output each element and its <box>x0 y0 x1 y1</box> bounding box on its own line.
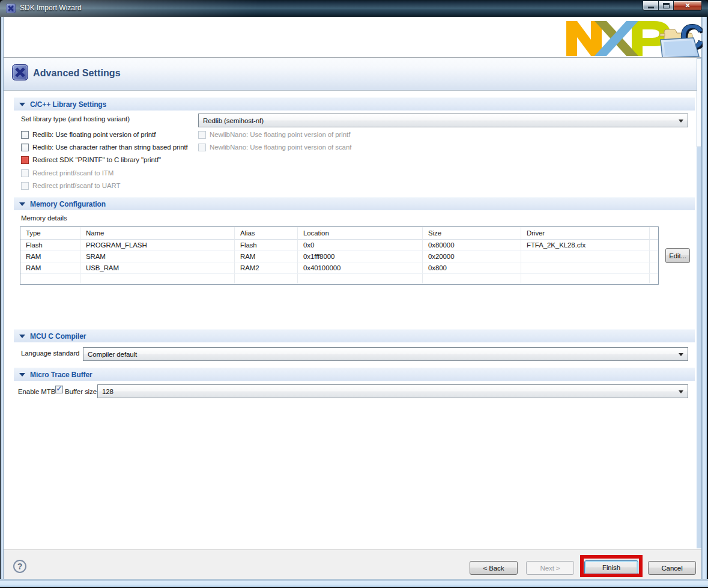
table-row[interactable]: RAM SRAM RAM 0x1fff8000 0x20000 <box>20 251 658 262</box>
sdk-import-wizard-window: SDK Import Wizard ✕ C C Ad <box>0 0 708 588</box>
checkbox-newlibnano-printf: NewlibNano: Use floating point version o… <box>198 130 350 139</box>
checkbox-redlib-float-printf[interactable]: Redlib: Use floating point version of pr… <box>21 130 156 139</box>
checkbox-box[interactable] <box>21 131 29 139</box>
checkbox-box-checked[interactable]: ✓ <box>55 386 63 393</box>
maximize-icon <box>663 3 670 8</box>
minimize-icon <box>648 7 654 8</box>
checkbox-box <box>21 169 29 177</box>
library-type-select[interactable]: Redlib (semihost-nf) <box>198 114 688 127</box>
checkbox-box <box>198 144 206 151</box>
chevron-down-icon <box>679 353 683 356</box>
close-icon: ✕ <box>674 2 701 10</box>
table-row-empty <box>20 274 658 283</box>
language-standard-label: Language standard <box>21 348 79 358</box>
close-button[interactable]: ✕ <box>673 1 702 11</box>
table-row[interactable]: RAM USB_RAM RAM2 0x40100000 0x800 <box>20 262 658 274</box>
back-button[interactable]: < Back <box>470 561 518 575</box>
checkbox-redirect-itm: Redirect printf/scanf to ITM <box>21 169 113 178</box>
buffer-size-label: Buffer size <box>65 387 97 396</box>
language-standard-select[interactable]: Compiler default <box>83 347 688 361</box>
section-mcu-c-compiler[interactable]: MCU C Compiler <box>14 329 695 342</box>
advanced-settings-icon <box>12 64 28 80</box>
collapse-triangle-icon[interactable] <box>19 103 25 106</box>
annotation-highlight-box <box>580 555 643 577</box>
collapse-triangle-icon[interactable] <box>19 202 25 206</box>
collapse-triangle-icon[interactable] <box>19 373 25 377</box>
checkbox-redlib-char-printf[interactable]: Redlib: Use character rather than string… <box>21 143 188 152</box>
title-bar[interactable] <box>0 0 708 17</box>
checkbox-redirect-sdk-printf[interactable]: Redirect SDK "PRINTF" to C library "prin… <box>21 156 161 165</box>
collapse-triangle-icon[interactable] <box>19 335 25 338</box>
chevron-down-icon <box>679 390 683 393</box>
checkbox-box <box>198 131 206 139</box>
minimize-button[interactable] <box>643 1 659 11</box>
maximize-button[interactable] <box>658 1 674 11</box>
help-button[interactable]: ? <box>13 560 26 573</box>
band-separator <box>4 90 701 91</box>
buffer-size-select[interactable]: 128 <box>97 384 688 398</box>
section-library-settings[interactable]: C/C++ Library Settings <box>14 97 695 111</box>
window-frame-left <box>0 17 4 588</box>
section-memory-configuration[interactable]: Memory Configuration <box>14 197 695 210</box>
check-icon: ✓ <box>56 384 62 393</box>
cancel-button[interactable]: Cancel <box>648 561 696 575</box>
page-title: Advanced Settings <box>33 65 121 81</box>
checkbox-redirect-uart: Redirect printf/scanf to UART <box>21 181 120 190</box>
memory-table[interactable]: Type Name Alias Location Size Driver Fla… <box>20 226 659 285</box>
checkbox-box-highlighted[interactable] <box>21 156 29 164</box>
chevron-down-icon <box>679 120 683 123</box>
edit-button[interactable]: Edit... <box>665 248 690 263</box>
memory-details-label: Memory details <box>21 213 67 223</box>
table-row[interactable]: Flash PROGRAM_FLASH Flash 0x0 0x80000 FT… <box>20 240 658 251</box>
window-frame-bottom <box>0 579 708 588</box>
c-folder-icon: C C <box>659 18 703 59</box>
set-library-type-label: Set library type (and hosting variant) <box>21 114 130 124</box>
checkbox-box <box>21 182 29 190</box>
app-icon <box>6 4 16 13</box>
checkbox-box[interactable] <box>21 144 29 151</box>
window-title: SDK Import Wizard <box>20 0 82 17</box>
enable-mtb-label: Enable MTB <box>18 387 55 396</box>
memory-table-header: Type Name Alias Location Size Driver <box>20 227 658 240</box>
window-frame-right <box>701 17 708 588</box>
scrollbar-thumb[interactable] <box>697 58 701 147</box>
next-button: Next > <box>526 561 574 575</box>
checkbox-newlibnano-scanf: NewlibNano: Use floating point version o… <box>198 143 351 152</box>
section-micro-trace-buffer[interactable]: Micro Trace Buffer <box>14 368 695 381</box>
